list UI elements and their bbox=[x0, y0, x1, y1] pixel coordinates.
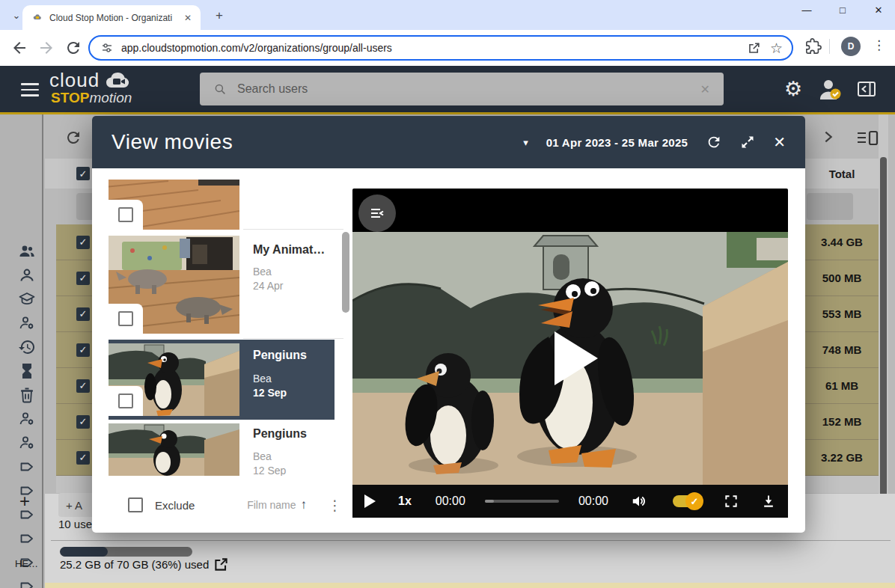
forward-button[interactable] bbox=[37, 39, 55, 57]
url-text[interactable]: app.cloudstopmotion.com/v2/organizations… bbox=[121, 42, 738, 54]
sidebar: + HE… bbox=[0, 114, 43, 588]
sidebar-item-managers-icon[interactable] bbox=[18, 410, 36, 428]
total-cell: 500 MB bbox=[805, 260, 879, 296]
clear-search-icon[interactable]: ✕ bbox=[700, 82, 710, 97]
movie-author: Bea bbox=[253, 373, 326, 385]
date-range[interactable]: 01 Apr 2023 - 25 Mar 2025 bbox=[546, 136, 688, 149]
play-button[interactable] bbox=[364, 494, 376, 508]
date-range-caret-icon[interactable]: ▾ bbox=[523, 137, 528, 148]
hamburger-menu-icon[interactable] bbox=[21, 83, 39, 100]
sidebar-item-users-icon[interactable] bbox=[18, 242, 36, 260]
sort-direction-icon[interactable]: ↑ bbox=[301, 497, 308, 512]
table-row: ✓ bbox=[56, 224, 92, 260]
total-cell: 3.44 GB bbox=[805, 224, 879, 260]
playback-speed[interactable]: 1x bbox=[398, 494, 412, 508]
sidebar-item-person-icon[interactable] bbox=[18, 266, 36, 284]
table-row: ✓ bbox=[56, 332, 92, 368]
movie-checkbox[interactable] bbox=[109, 386, 143, 416]
duration: 00:00 bbox=[578, 494, 608, 508]
big-play-button[interactable] bbox=[555, 331, 598, 385]
storage-progress-fill bbox=[60, 547, 108, 557]
maximize-button[interactable]: □ bbox=[835, 4, 850, 16]
sidebar-item-pending-icon[interactable] bbox=[18, 362, 36, 380]
tab-title: Cloud Stop Motion - Organizati bbox=[49, 13, 181, 23]
movie-checkbox[interactable] bbox=[109, 200, 143, 230]
total-column-filter[interactable] bbox=[807, 193, 853, 220]
close-icon[interactable]: ✕ bbox=[773, 133, 786, 151]
bookmark-star-icon[interactable]: ☆ bbox=[770, 40, 783, 57]
chevron-right-icon[interactable] bbox=[820, 129, 837, 145]
total-cell: 3.22 GB bbox=[805, 440, 879, 476]
fullscreen-icon[interactable] bbox=[724, 494, 739, 509]
table-row-empty bbox=[805, 476, 879, 493]
movie-item[interactable]: Pengiuns Bea 12 Sep bbox=[109, 421, 349, 476]
seek-bar[interactable] bbox=[485, 500, 559, 503]
settings-gear-icon[interactable]: ⚙ bbox=[784, 77, 802, 101]
volume-icon[interactable] bbox=[631, 493, 647, 509]
refresh-icon[interactable] bbox=[706, 134, 722, 150]
account-check-icon[interactable] bbox=[817, 77, 843, 101]
table-row: ✓ bbox=[56, 260, 92, 296]
total-cell: 553 MB bbox=[805, 296, 879, 332]
sidebar-item-history-icon[interactable] bbox=[18, 338, 36, 356]
app-logo[interactable]: cloud bbox=[49, 69, 131, 92]
row-checkbox[interactable]: ✓ bbox=[76, 415, 90, 429]
movie-checkbox[interactable] bbox=[109, 304, 143, 334]
new-tab-button[interactable]: + bbox=[211, 7, 227, 25]
back-button[interactable] bbox=[10, 39, 28, 57]
movie-list-scrollbar[interactable] bbox=[342, 232, 349, 313]
sidebar-item-tag1-icon[interactable] bbox=[18, 458, 36, 476]
select-all-checkbox[interactable]: ✓ bbox=[76, 167, 90, 180]
player-menu-button[interactable] bbox=[358, 195, 396, 232]
browser-tab[interactable]: Cloud Stop Motion - Organizati ✕ bbox=[22, 5, 201, 30]
movie-item-selected[interactable]: Pengiuns Bea 12 Sep bbox=[109, 340, 335, 420]
video-player[interactable]: 1x 00:00 00:00 ✓ bbox=[352, 189, 788, 518]
sidebar-item-tag6-icon[interactable] bbox=[18, 578, 36, 588]
exclude-checkbox[interactable] bbox=[128, 497, 143, 512]
browser-menu-icon[interactable]: ⋮ bbox=[873, 37, 885, 53]
movie-item[interactable] bbox=[109, 180, 349, 230]
search-bar[interactable]: ✕ bbox=[200, 73, 724, 105]
reload-button[interactable] bbox=[64, 39, 82, 57]
share-icon[interactable] bbox=[747, 41, 761, 55]
panel-toggle-icon[interactable] bbox=[857, 80, 876, 98]
refresh-table-icon[interactable] bbox=[64, 129, 82, 147]
row-checkbox[interactable]: ✓ bbox=[76, 236, 90, 249]
tab-close-icon[interactable]: ✕ bbox=[181, 11, 195, 25]
sidebar-item-classes-icon[interactable] bbox=[18, 290, 36, 308]
sidebar-item-tag4-icon[interactable] bbox=[18, 530, 36, 548]
omnibox[interactable]: app.cloudstopmotion.com/v2/organizations… bbox=[88, 35, 793, 61]
profile-avatar[interactable]: D bbox=[841, 37, 861, 56]
external-link-icon[interactable] bbox=[214, 557, 228, 572]
total-column-header[interactable]: Total bbox=[805, 159, 879, 189]
close-window-button[interactable]: ✕ bbox=[871, 4, 886, 16]
sidebar-item-managers2-icon[interactable] bbox=[18, 434, 36, 452]
row-checkbox[interactable]: ✓ bbox=[76, 451, 90, 465]
sidebar-item-admins-icon[interactable] bbox=[18, 314, 36, 332]
site-controls-icon[interactable] bbox=[100, 41, 114, 55]
download-icon[interactable] bbox=[761, 494, 776, 509]
minimize-button[interactable]: — bbox=[799, 4, 814, 16]
extensions-icon[interactable] bbox=[805, 38, 822, 55]
toolbar-separator bbox=[829, 39, 830, 54]
expand-icon[interactable] bbox=[740, 135, 755, 150]
row-checkbox[interactable]: ✓ bbox=[76, 307, 90, 321]
row-checkbox[interactable]: ✓ bbox=[76, 272, 90, 285]
sidebar-item-trash-icon[interactable] bbox=[18, 386, 36, 404]
movie-name: Pengiuns bbox=[253, 349, 326, 362]
sidebar-add-icon[interactable]: + bbox=[19, 491, 30, 512]
row-checkbox[interactable]: ✓ bbox=[76, 379, 90, 393]
dialog-header: View movies ▾ 01 Apr 2023 - 25 Mar 2025 … bbox=[92, 116, 805, 168]
movie-item[interactable]: My Animat… Bea 24 Apr bbox=[109, 231, 349, 339]
original-quality-toggle[interactable]: ✓ bbox=[673, 495, 701, 507]
table-total-column: 3.44 GB 500 MB 553 MB 748 MB 61 MB 152 M… bbox=[805, 224, 879, 476]
column-panel-icon[interactable] bbox=[856, 130, 879, 147]
row-checkbox[interactable]: ✓ bbox=[76, 343, 90, 357]
list-menu-icon[interactable]: ⋮ bbox=[328, 497, 342, 514]
search-input[interactable] bbox=[237, 82, 700, 96]
table-filter-left[interactable] bbox=[76, 193, 92, 220]
sidebar-group-label[interactable]: HE… bbox=[15, 558, 38, 569]
sort-label[interactable]: Film name bbox=[247, 499, 296, 511]
page-scrollbar-thumb[interactable] bbox=[880, 157, 887, 516]
list-footer: Exclude Film name ↑ ⋮ bbox=[109, 488, 349, 522]
